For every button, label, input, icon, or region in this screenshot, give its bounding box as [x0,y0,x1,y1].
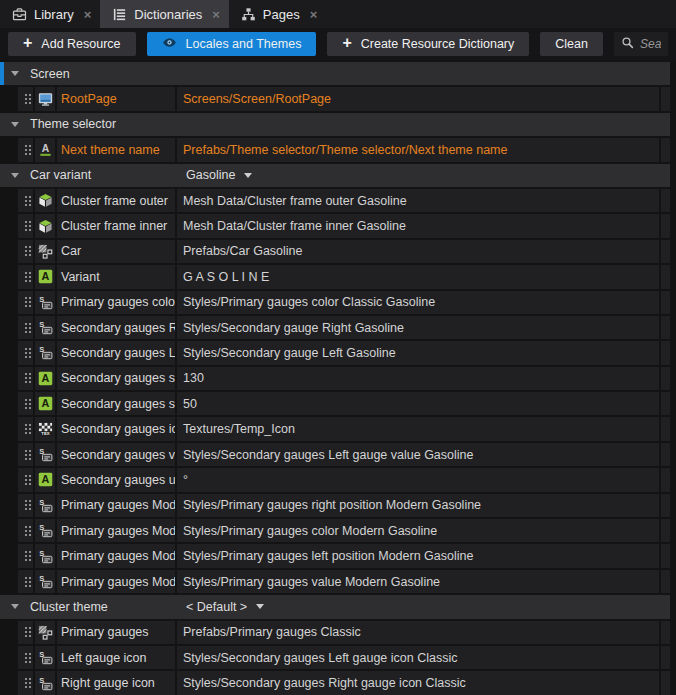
drag-handle[interactable] [18,316,35,339]
group-label: Screen [30,67,186,81]
drag-handle[interactable] [18,646,35,669]
tab-library[interactable]: Library × [0,0,100,28]
collapse-triangle-icon[interactable] [0,173,30,178]
row-stub [661,316,670,339]
resource-value: G A S O L I N E [177,265,661,288]
table-row[interactable]: RootPage Screens/Screen/RootPage [18,87,670,110]
table-row[interactable]: A Secondary gauges sca 50 [18,392,670,415]
resource-name: Primary gauges Mode [57,519,177,542]
tab-label: Dictionaries [134,7,202,22]
drag-handle[interactable] [18,417,35,440]
drag-handle[interactable] [18,468,35,491]
group-header-theme-selector[interactable]: Theme selector [0,113,670,136]
resource-name: Secondary gauges Rig [57,316,177,339]
drag-handle[interactable] [18,214,35,237]
drag-handle[interactable] [18,621,35,644]
tab-pages[interactable]: Pages × [229,0,326,28]
group-value-dropdown[interactable]: < Default > [186,600,264,614]
mesh-icon [35,214,57,237]
group-header-cluster-theme[interactable]: Cluster theme < Default > [0,595,670,618]
table-row[interactable]: A Next theme name Prefabs/Theme selector… [18,138,670,161]
group-header-screen[interactable]: Screen [0,62,670,85]
drag-handle[interactable] [18,671,35,694]
table-row[interactable]: Car Prefabs/Car Gasoline [18,240,670,263]
table-row[interactable]: S Right gauge icon Styles/Secondary gaug… [18,671,670,694]
resource-name: RootPage [57,87,177,110]
drag-handle[interactable] [18,138,35,161]
row-stub [661,240,670,263]
clean-button[interactable]: Clean [540,32,603,56]
prefab-icon [35,621,57,644]
row-stub [661,417,670,440]
resource-value: Screens/Screen/RootPage [177,87,661,110]
resource-value: ° [177,468,661,491]
drag-handle[interactable] [18,189,35,212]
table-row[interactable]: S Primary gauges Mode Styles/Primary gau… [18,570,670,593]
table-row[interactable]: S Primary gauges color Styles/Primary ga… [18,291,670,314]
row-stub [661,468,670,491]
drag-handle[interactable] [18,240,35,263]
row-stub [661,189,670,212]
group-header-car-variant[interactable]: Car variant Gasoline [0,164,670,187]
group-value-text: < Default > [186,600,247,614]
tab-dictionaries[interactable]: Dictionaries × [100,0,229,28]
chevron-down-icon [256,604,264,609]
table-row[interactable]: S Secondary gauges Lef Styles/Secondary … [18,341,670,364]
resource-name: Secondary gauges sca [57,392,177,415]
table-row[interactable]: Cluster frame outer Mesh Data/Cluster fr… [18,189,670,212]
drag-handle[interactable] [18,291,35,314]
locales-and-themes-button[interactable]: Locales and Themes [147,32,317,56]
resource-value: Prefabs/Primary gauges Classic [177,621,661,644]
row-stub [661,367,670,390]
resource-value: Textures/Temp_Icon [177,417,661,440]
table-row[interactable]: S Secondary gauges val Styles/Secondary … [18,443,670,466]
collapse-triangle-icon[interactable] [0,122,30,127]
search-input[interactable] [640,37,661,51]
text-icon: A [35,468,57,491]
drag-handle[interactable] [18,87,35,110]
resource-name: Secondary gauges val [57,443,177,466]
create-resource-dictionary-button[interactable]: + Create Resource Dictionary [327,32,529,56]
table-row[interactable]: A Secondary gauges un ° [18,468,670,491]
drag-handle[interactable] [18,544,35,567]
drag-handle[interactable] [18,341,35,364]
text-icon: A [35,265,57,288]
group-value-dropdown[interactable]: Gasoline [186,168,252,182]
resource-value: Styles/Primary gauges color Classic Gaso… [177,291,661,314]
collapse-triangle-icon[interactable] [0,604,30,609]
library-icon [12,7,27,22]
resource-value: Styles/Secondary gauges Left gauge icon … [177,646,661,669]
add-resource-button[interactable]: + Add Resource [8,32,136,56]
drag-handle[interactable] [18,367,35,390]
drag-handle[interactable] [18,443,35,466]
drag-handle[interactable] [18,392,35,415]
drag-handle[interactable] [18,570,35,593]
close-icon[interactable]: × [212,8,220,21]
locales-and-themes-label: Locales and Themes [186,37,302,51]
row-stub [661,671,670,694]
table-row[interactable]: S Primary gauges Mode Styles/Primary gau… [18,519,670,542]
table-row[interactable]: TEX Secondary gauges ico Textures/Temp_I… [18,417,670,440]
table-row[interactable]: Cluster frame inner Mesh Data/Cluster fr… [18,214,670,237]
svg-text:A: A [41,398,49,410]
resource-name: Cluster frame outer [57,189,177,212]
drag-handle[interactable] [18,265,35,288]
close-icon[interactable]: × [84,8,92,21]
resource-name: Cluster frame inner [57,214,177,237]
svg-text:A: A [41,372,49,384]
table-row[interactable]: A Variant G A S O L I N E [18,265,670,288]
style-icon: S [35,291,57,314]
table-row[interactable]: Primary gauges Prefabs/Primary gauges Cl… [18,621,670,644]
close-icon[interactable]: × [310,8,318,21]
table-row[interactable]: S Secondary gauges Rig Styles/Secondary … [18,316,670,339]
search-box[interactable] [614,32,668,56]
table-row[interactable]: S Primary gauges Mode Styles/Primary gau… [18,544,670,567]
drag-handle[interactable] [18,494,35,517]
table-row[interactable]: S Left gauge icon Styles/Secondary gauge… [18,646,670,669]
collapse-triangle-icon[interactable] [0,71,30,76]
resource-value: 50 [177,392,661,415]
drag-handle[interactable] [18,519,35,542]
table-row[interactable]: A Secondary gauges sca 130 [18,367,670,390]
table-row[interactable]: S Primary gauges Mode Styles/Primary gau… [18,494,670,517]
text-icon: A [35,367,57,390]
